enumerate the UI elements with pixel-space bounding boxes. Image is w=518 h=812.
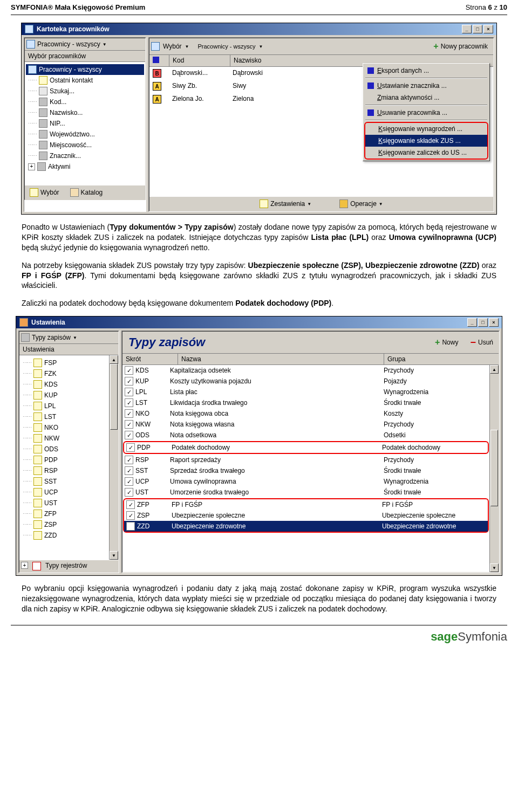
type-row[interactable]: ✓NKWNota księgowa własnaPrzychody (122, 419, 489, 430)
type-row[interactable]: ✓LPLLista płacWynagrodzenia (122, 387, 489, 397)
checkbox[interactable]: ✓ (125, 366, 133, 375)
tree-item[interactable]: ⋯⋯Nazwisko... (26, 107, 144, 118)
menu-item[interactable]: Usuwanie pracownika ... (364, 107, 488, 119)
tree-item[interactable]: ⋯⋯RSP (21, 465, 108, 476)
tree-item[interactable]: ⋯⋯Województwo... (26, 129, 144, 140)
nowy-button[interactable]: +Nowy (431, 335, 462, 350)
type-row[interactable]: ✓USTUmorzenie środka trwałegoŚrodki trwa… (122, 487, 489, 498)
menu-item[interactable]: Księgowanie wynagrodzeń ... (365, 123, 487, 135)
checkbox[interactable]: ✓ (126, 522, 135, 531)
wybor-button[interactable]: Wybór (163, 43, 182, 50)
type-row[interactable]: ✓PDPPodatek dochodowyPodatek dochodowy (124, 442, 488, 453)
dropdown-arrow-icon[interactable]: ▼ (258, 44, 263, 49)
tree-item[interactable]: ⋯⋯KUP (21, 390, 108, 401)
tree-item[interactable]: ⋯⋯KDS (21, 379, 108, 390)
dropdown-arrow-icon[interactable]: ▼ (73, 335, 77, 340)
col-grupa[interactable]: Grupa (384, 354, 499, 364)
tree-item[interactable]: ⋯⋯FSP (21, 357, 108, 368)
checkbox[interactable]: ✓ (125, 409, 133, 418)
scroll-down-button[interactable]: ▼ (110, 551, 118, 560)
checkbox[interactable]: ✓ (125, 388, 133, 396)
tab-wybor[interactable]: Wybór (26, 187, 63, 198)
nowy-pracownik-button[interactable]: +Nowy pracownik (430, 40, 492, 53)
left-toolbar-label[interactable]: Typy zapisów (32, 334, 71, 341)
tree-item[interactable]: ⋯⋯Szukaj... (26, 86, 144, 97)
tree-item[interactable]: ⋯⋯Ostatni kontakt (26, 75, 144, 86)
dropdown-arrow-icon[interactable]: ▼ (103, 42, 107, 47)
expand-button[interactable]: + (21, 562, 28, 569)
tree-item[interactable]: ⋯⋯NIP... (26, 118, 144, 129)
tree-item[interactable]: ⋯⋯PDP (21, 455, 108, 465)
tree-item[interactable]: ⋯⋯UCP (21, 487, 108, 498)
type-row[interactable]: ✓LSTLikwidacja środka trwałegoŚrodki trw… (122, 397, 489, 408)
type-row[interactable]: ✓UCPUmowa cywilnoprawnaWynagrodzenia (122, 476, 489, 487)
close-button[interactable]: × (489, 318, 499, 327)
checkbox[interactable]: ✓ (126, 511, 135, 520)
checkbox[interactable]: ✓ (125, 377, 133, 386)
minimize-button[interactable]: _ (467, 318, 477, 327)
types-list[interactable]: ✓KDSKapitalizacja odsetekPrzychody✓KUPKo… (122, 365, 489, 572)
type-row[interactable]: ✓ZSPUbezpieczenie społeczneUbezpieczenie… (124, 510, 488, 521)
tree-item[interactable]: ⋯⋯LST (21, 411, 108, 422)
menu-item[interactable]: Ustawianie znacznika ... (364, 80, 488, 92)
type-row[interactable]: ✓KUPKoszty użytkowania pojazduPojazdy (122, 376, 489, 387)
menu-item[interactable]: Księgowanie składek ZUS ... (365, 135, 487, 147)
tree-item[interactable]: ⋯⋯NKO (21, 422, 108, 433)
type-row[interactable]: ✓NKONota księgowa obcaKoszty (122, 408, 489, 419)
left-toolbar-label[interactable]: Pracownicy - wszyscy (37, 40, 100, 48)
maximize-button[interactable]: □ (478, 318, 488, 327)
type-row[interactable]: ✓ZZDUbezpieczenie zdrowotneUbezpieczenie… (124, 521, 488, 532)
tree-item[interactable]: ⋯⋯ZZD (21, 530, 108, 541)
tree-item[interactable]: ⋯⋯ZSP (21, 519, 108, 530)
usun-button[interactable]: −Usuń (466, 335, 497, 350)
tab-zestawienia[interactable]: Zestawienia▼ (256, 198, 315, 209)
type-row[interactable]: ✓SSTSprzedaż środka trwałegoŚrodki trwał… (122, 465, 489, 476)
scroll-down-button[interactable]: ▼ (490, 563, 499, 572)
scroll-thumb[interactable] (110, 364, 118, 430)
tree-item[interactable]: +Aktywni (26, 161, 144, 172)
tree-item[interactable]: ⋯⋯LPL (21, 401, 108, 411)
col-skrot[interactable]: Skrót (122, 354, 178, 364)
type-row[interactable]: ✓RSPRaport sprzedażyPrzychody (122, 455, 489, 465)
type-row[interactable]: ✓ZFPFP i FGŚPFP i FGŚP (124, 499, 488, 510)
scrollbar[interactable]: ▲ ▼ (489, 365, 499, 572)
menu-item[interactable]: Księgowanie zaliczek do US ... (365, 147, 487, 159)
tree-view[interactable]: Pracownicy - wszyscy⋯⋯Ostatni kontakt⋯⋯S… (25, 62, 145, 185)
col-kod[interactable]: Kod (169, 55, 230, 66)
type-row[interactable]: ✓KDSKapitalizacja odsetekPrzychody (122, 365, 489, 376)
scroll-up-button[interactable]: ▲ (110, 355, 118, 364)
checkbox[interactable]: ✓ (125, 456, 133, 464)
close-button[interactable]: × (483, 25, 493, 33)
tree-item[interactable]: ⋯⋯UST (21, 498, 108, 508)
tree-item[interactable]: ⋯⋯ZFP (21, 508, 108, 519)
menu-item[interactable]: Zmiana aktywności ... (364, 92, 488, 104)
dropdown-arrow-icon[interactable]: ▼ (185, 44, 189, 49)
maximize-button[interactable]: □ (473, 25, 482, 33)
tree-item[interactable]: ⋯⋯NKW (21, 433, 108, 444)
expand-icon[interactable]: + (28, 163, 35, 170)
menu-item[interactable]: Eksport danych ... (364, 65, 488, 77)
col-marker[interactable] (149, 55, 169, 66)
typy-rejestrow-label[interactable]: Typy rejestrów (45, 562, 87, 570)
scrollbar[interactable]: ▲ ▼ (109, 355, 118, 560)
scroll-up-button[interactable]: ▲ (490, 365, 499, 374)
checkbox[interactable]: ✓ (125, 431, 133, 439)
col-nazwa[interactable]: Nazwa (178, 354, 384, 364)
tab-katalog[interactable]: Katalog (67, 187, 106, 198)
minimize-button[interactable]: _ (462, 25, 472, 33)
checkbox[interactable]: ✓ (126, 443, 135, 452)
tree-item[interactable]: ⋯⋯Kod... (26, 97, 144, 107)
checkbox[interactable]: ✓ (125, 466, 133, 475)
tree-view[interactable]: ⋯⋯FSP⋯⋯FZK⋯⋯KDS⋯⋯KUP⋯⋯LPL⋯⋯LST⋯⋯NKO⋯⋯NKW… (19, 355, 109, 560)
checkbox[interactable]: ✓ (125, 488, 133, 497)
checkbox[interactable]: ✓ (125, 398, 133, 407)
filter-label[interactable]: Pracownicy - wszyscy (198, 43, 256, 50)
checkbox[interactable]: ✓ (125, 477, 133, 486)
tree-item[interactable]: ⋯⋯SST (21, 476, 108, 487)
scroll-thumb[interactable] (490, 430, 498, 506)
type-row[interactable]: ✓ODSNota odsetkowaOdsetki (122, 430, 489, 441)
tab-operacje[interactable]: Operacje▼ (336, 198, 386, 209)
tree-item[interactable]: Pracownicy - wszyscy (26, 64, 144, 75)
tree-item[interactable]: ⋯⋯FZK (21, 368, 108, 379)
tree-item[interactable]: ⋯⋯Miejscowość... (26, 140, 144, 150)
